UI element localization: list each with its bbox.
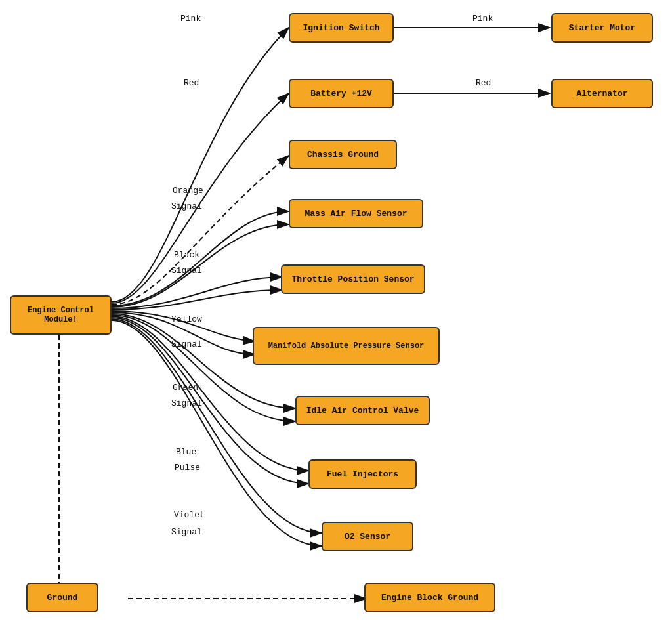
ground-box: Ground xyxy=(26,583,98,612)
svg-text:Black: Black xyxy=(174,250,200,260)
ignition-switch-box: Ignition Switch xyxy=(289,13,394,43)
map-box: Manifold Absolute Pressure Sensor xyxy=(253,327,440,365)
svg-text:Signal: Signal xyxy=(171,201,202,211)
svg-text:Signal: Signal xyxy=(171,339,202,349)
engine-block-ground-box: Engine Block Ground xyxy=(364,583,495,612)
svg-text:Yellow: Yellow xyxy=(171,314,202,324)
tps-box: Throttle Position Sensor xyxy=(281,264,425,294)
svg-text:Violet: Violet xyxy=(174,510,205,520)
iacv-box: Idle Air Control Valve xyxy=(295,396,430,425)
o2-box: O2 Sensor xyxy=(322,522,413,551)
svg-text:Signal: Signal xyxy=(171,398,202,408)
chassis-ground-box: Chassis Ground xyxy=(289,140,397,169)
maf-box: Mass Air Flow Sensor xyxy=(289,199,423,228)
alternator-box: Alternator xyxy=(551,79,653,108)
starter-motor-box: Starter Motor xyxy=(551,13,653,43)
injectors-box: Fuel Injectors xyxy=(308,459,417,489)
ecm-box: Engine Control Module! xyxy=(10,295,112,335)
svg-text:Pink: Pink xyxy=(472,14,493,24)
svg-text:Signal: Signal xyxy=(171,527,202,537)
battery-box: Battery +12V xyxy=(289,79,394,108)
svg-text:Blue: Blue xyxy=(176,447,196,457)
svg-text:Orange: Orange xyxy=(173,186,203,196)
svg-text:Pink: Pink xyxy=(180,14,201,24)
svg-text:Green: Green xyxy=(173,383,198,392)
svg-text:Red: Red xyxy=(476,78,491,88)
svg-text:Red: Red xyxy=(184,78,199,88)
svg-text:Pulse: Pulse xyxy=(175,463,200,473)
svg-text:Signal: Signal xyxy=(171,266,202,276)
